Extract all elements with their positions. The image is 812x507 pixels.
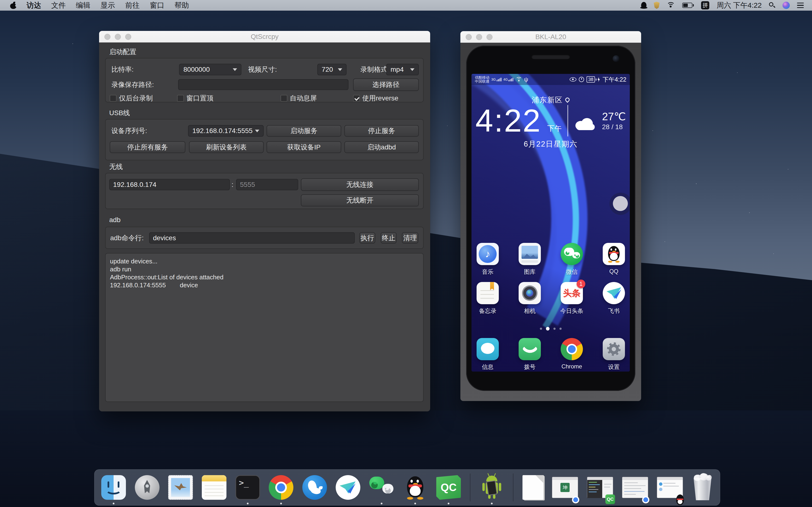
- dock-qtscrcpy[interactable]: [479, 469, 504, 506]
- app-qq[interactable]: QQ: [598, 243, 630, 276]
- app-gallery[interactable]: 图库: [514, 243, 546, 276]
- checkbox-use-reverse[interactable]: 使用reverse: [353, 94, 398, 103]
- dock-notes[interactable]: [202, 469, 226, 506]
- dock-chrome[interactable]: [269, 469, 293, 506]
- dock-minimized-code-window[interactable]: QC: [587, 469, 613, 506]
- wifi-icon: [516, 77, 522, 82]
- app-camera[interactable]: 相机: [514, 282, 546, 315]
- dock-minimized-qq-window[interactable]: [657, 469, 683, 506]
- stop-all-services-button[interactable]: 停止所有服务: [110, 141, 185, 153]
- adb-run-button[interactable]: 执行: [359, 232, 375, 243]
- close-button[interactable]: [104, 34, 110, 40]
- signal-bars-icon: [497, 78, 501, 81]
- wifi-status-icon[interactable]: [667, 2, 675, 8]
- qtscrcpy-body: 启动配置 比特率: 8000000 视频尺寸: 720 录制格式: mp4 录像…: [99, 43, 430, 411]
- menu-item-view[interactable]: 显示: [101, 0, 115, 10]
- section-config-label: 启动配置: [109, 47, 136, 56]
- checkbox-background-record[interactable]: 仅后台录制: [110, 94, 153, 103]
- notification-center-icon[interactable]: [797, 3, 804, 8]
- checkbox-label: 仅后台录制: [119, 94, 153, 103]
- clock-date: 6月22日星期六: [471, 139, 630, 149]
- zoom-button[interactable]: [487, 34, 493, 40]
- running-indicator: [381, 503, 383, 504]
- notification-badge: 1: [576, 280, 585, 288]
- dock-feishu[interactable]: [336, 469, 360, 506]
- dock-wechat[interactable]: [369, 469, 394, 506]
- apple-menu-icon[interactable]: [10, 2, 16, 9]
- start-adbd-button[interactable]: 启动adbd: [344, 141, 419, 153]
- phone-window-titlebar[interactable]: BKL-AL20: [460, 31, 641, 43]
- minimize-button[interactable]: [476, 34, 482, 40]
- app-settings[interactable]: 设置: [598, 338, 630, 371]
- app-music[interactable]: ♪ 音乐: [471, 243, 504, 276]
- app-toutiao[interactable]: 头条 1 今日头条: [556, 282, 588, 315]
- traffic-lights: [104, 34, 131, 40]
- dock-trash[interactable]: [692, 469, 713, 506]
- menu-item-help[interactable]: 帮助: [174, 0, 189, 10]
- stop-service-button[interactable]: 停止服务: [344, 125, 419, 137]
- app-chrome[interactable]: Chrome: [556, 338, 588, 371]
- menu-bar-clock[interactable]: 周六 下午4:22: [717, 0, 762, 10]
- minimize-button[interactable]: [115, 34, 121, 40]
- carrier-name: 中国联通: [475, 79, 489, 83]
- clock-period: 下午: [547, 124, 562, 139]
- menu-item-go[interactable]: 前往: [125, 0, 140, 10]
- dock-minimized-chrome-window[interactable]: [622, 469, 648, 506]
- spotlight-icon[interactable]: [769, 2, 775, 8]
- record-format-combobox[interactable]: mp4: [386, 64, 419, 75]
- wireless-connect-button[interactable]: 无线连接: [301, 178, 419, 191]
- qtscrcpy-titlebar[interactable]: QtScrcpy: [99, 31, 430, 43]
- dock-sealion-app[interactable]: [302, 469, 327, 506]
- clock-widget[interactable]: 4:22 下午 27℃ 28 / 18: [471, 102, 630, 139]
- dock-qq[interactable]: [403, 469, 427, 506]
- choose-path-button[interactable]: 选择路径: [353, 78, 419, 91]
- app-label: 今日头条: [560, 307, 583, 315]
- log-output[interactable]: update devices... adb run AdbProcess::ou…: [105, 253, 424, 402]
- qq-status-icon[interactable]: [641, 2, 647, 9]
- dock-documents[interactable]: [522, 469, 543, 506]
- menu-item-edit[interactable]: 编辑: [76, 0, 90, 10]
- app-notes[interactable]: 备忘录: [471, 282, 504, 315]
- bitrate-value: 8000000: [184, 66, 210, 73]
- adb-cmd-input[interactable]: [149, 232, 355, 243]
- refresh-devices-button[interactable]: 刷新设备列表: [189, 141, 264, 153]
- ip-port-separator: :: [232, 179, 234, 190]
- bitrate-combobox[interactable]: 8000000: [179, 64, 242, 75]
- dock-launchpad[interactable]: [135, 469, 159, 506]
- battery-percent: 38: [587, 76, 595, 82]
- wireless-ip-input[interactable]: [109, 179, 230, 190]
- get-device-ip-button[interactable]: 获取设备IP: [266, 141, 341, 153]
- zoom-button[interactable]: [125, 34, 131, 40]
- checkbox-screen-off[interactable]: 自动息屏: [281, 94, 317, 103]
- dock-minimized-page-window[interactable]: 坤: [552, 469, 578, 506]
- wireless-port-input[interactable]: [236, 179, 298, 190]
- phone-screen[interactable]: 优酷移动 中国联通 3G 4G ψ 38: [471, 74, 630, 372]
- wireless-disconnect-button[interactable]: 无线断开: [301, 194, 419, 207]
- dock-mail[interactable]: [168, 469, 193, 506]
- app-messages[interactable]: 信息: [471, 338, 504, 371]
- close-button[interactable]: [466, 34, 472, 40]
- app-dialer[interactable]: 拨号: [514, 338, 546, 371]
- assistive-touch-ball[interactable]: [609, 193, 630, 215]
- chevron-down-icon: [338, 68, 342, 71]
- serial-combobox[interactable]: 192.168.0.174:5555: [188, 125, 264, 137]
- video-size-combobox[interactable]: 720: [317, 64, 347, 75]
- adb-stop-button[interactable]: 终止: [380, 232, 397, 243]
- siri-icon[interactable]: [782, 2, 790, 9]
- menu-item-finder[interactable]: 访达: [27, 0, 41, 10]
- app-feishu[interactable]: 飞书: [598, 282, 630, 315]
- start-service-button[interactable]: 启动服务: [266, 125, 341, 137]
- adb-clear-button[interactable]: 清理: [402, 232, 418, 243]
- qtscrcpy-window: QtScrcpy 启动配置 比特率: 8000000 视频尺寸: 720 录制格…: [99, 31, 430, 411]
- app-wechat[interactable]: 微信: [556, 243, 588, 276]
- checkbox-always-on-top[interactable]: 窗口置顶: [177, 94, 213, 103]
- record-path-input[interactable]: [178, 79, 349, 90]
- dock-finder[interactable]: [101, 469, 126, 506]
- menu-item-window[interactable]: 窗口: [150, 0, 164, 10]
- battery-status-icon[interactable]: [682, 3, 694, 8]
- shield-status-icon[interactable]: [654, 2, 660, 9]
- dock-qtcreator[interactable]: QC: [436, 469, 461, 506]
- input-method-icon[interactable]: 拼: [701, 1, 709, 9]
- dock-terminal[interactable]: >_: [236, 469, 260, 506]
- menu-item-file[interactable]: 文件: [51, 0, 66, 10]
